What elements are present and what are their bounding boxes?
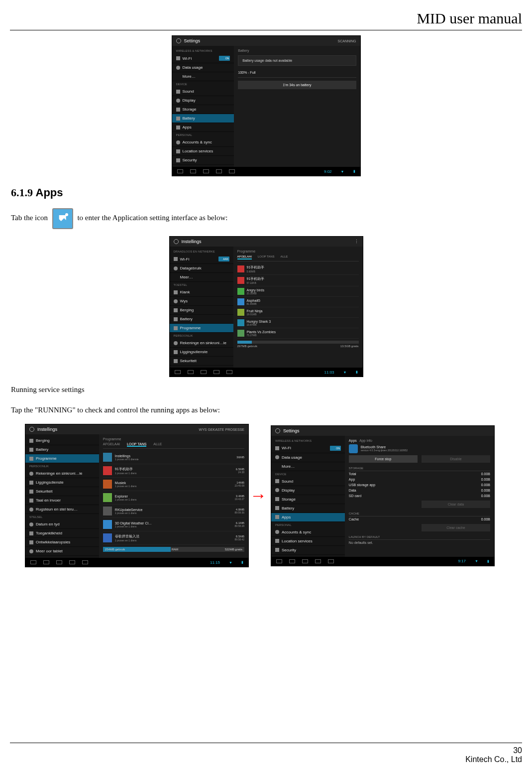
- tab-downloaded[interactable]: AFGELAAI: [103, 442, 120, 447]
- back-icon[interactable]: [177, 169, 183, 173]
- sidebar-wifi[interactable]: Wi-FiAAN: [170, 255, 233, 264]
- recent-icon[interactable]: [203, 169, 209, 173]
- tab-all[interactable]: ALLE: [281, 255, 288, 259]
- sidebar-programme[interactable]: Programme: [170, 324, 233, 333]
- wifi-icon: [176, 56, 180, 60]
- clock: 9:02: [324, 169, 332, 174]
- vol-down-icon[interactable]: [213, 370, 219, 374]
- app-item[interactable]: Asphalt581.65MB: [237, 297, 359, 307]
- app-icon-inline: [52, 208, 73, 229]
- sound-icon: [176, 90, 180, 94]
- sidebar-data[interactable]: Datagebruik: [170, 264, 233, 273]
- home-icon[interactable]: [190, 169, 196, 173]
- cat-personal: PERSONAL: [172, 132, 234, 138]
- display-icon: [176, 99, 180, 103]
- force-stop-button[interactable]: Force stop: [349, 455, 418, 463]
- sidebar-data-usage[interactable]: Data usage: [172, 63, 234, 72]
- vol-down-icon[interactable]: [216, 169, 222, 173]
- sidebar-location[interactable]: Location services: [172, 147, 234, 156]
- back-icon[interactable]: [175, 370, 181, 374]
- home-icon[interactable]: [188, 370, 194, 374]
- cat-device: DEVICE: [172, 81, 234, 87]
- content-title: Battery: [238, 49, 356, 52]
- battery-icon: [176, 117, 180, 121]
- proc-item[interactable]: Musiek1 proses en 1 diens14MB23:45:08: [103, 478, 244, 491]
- proc-item[interactable]: 3D Digital Weather Cl…1 proses en 1 dien…: [103, 518, 244, 531]
- gear-icon: [29, 427, 34, 432]
- app-item[interactable]: Angry birds25.30MB: [237, 286, 359, 297]
- data-icon: [176, 66, 180, 70]
- location-icon: [176, 149, 180, 153]
- sidebar-lig[interactable]: Liggingsdienste: [170, 348, 233, 357]
- sidebar-rek[interactable]: Rekeninge en sinkroni…ie: [170, 339, 233, 348]
- storage-bar: [237, 341, 359, 344]
- battery-full: 100% - Full: [238, 68, 356, 78]
- proc-item[interactable]: Instellings1 proses en 0 dienste36MB: [103, 451, 244, 464]
- screenshot-apps-list: Instellings ⋮ DRAADLOOS EN NETWERKE Wi-F…: [169, 236, 363, 377]
- page-number: 30: [465, 746, 522, 755]
- app-item[interactable]: 91手机助手57.22KB: [237, 275, 359, 286]
- gear-icon: [174, 239, 179, 244]
- clear-cache-button[interactable]: Clear cache: [422, 524, 490, 531]
- tab-running[interactable]: LOOP TANS: [127, 442, 146, 447]
- sidebar-display[interactable]: Display: [172, 96, 234, 105]
- proc-item[interactable]: RKUpdateService1 proses en 1 diens4.8MB8…: [103, 505, 244, 518]
- sidebar-accounts[interactable]: Accounts & sync: [172, 138, 234, 147]
- sidebar-berging[interactable]: Berging: [170, 306, 233, 315]
- storage-icon: [176, 108, 180, 112]
- cat-wireless: WIRELESS & NETWORKS: [172, 48, 234, 54]
- battery-warning: Battery usage data not available: [238, 55, 356, 66]
- recent-icon[interactable]: [201, 370, 207, 374]
- proc-item[interactable]: 91手机助手1 proses en 1 diens6.5MB24:38: [103, 464, 244, 478]
- paragraph-3: Tap the "RUNNING" to check and control t…: [11, 403, 522, 417]
- proc-item[interactable]: Explorer1 proses en 1 diens3.4MB19:43:27: [103, 491, 244, 505]
- section-heading: 6.1.9 Apps: [11, 186, 522, 199]
- apps-icon: [176, 126, 180, 129]
- tab-downloaded[interactable]: AFGELAAI: [237, 255, 252, 259]
- company-name: Kintech Co., Ltd: [465, 755, 522, 764]
- screenshot-running: Instellings WYS GEKASTE PROSESSE Berging…: [25, 424, 249, 567]
- app-item[interactable]: Hungry Shark 319.87MB: [237, 318, 359, 328]
- app-item[interactable]: Fruit Ninja19.01MB: [237, 307, 359, 318]
- sidebar-sek[interactable]: Sekuriteit: [170, 357, 233, 366]
- sidebar-storage[interactable]: Storage: [172, 105, 234, 114]
- sidebar-more[interactable]: Meer…: [170, 273, 233, 282]
- ram-bar: 254MB gebruikRAM522MB gratis: [103, 547, 244, 552]
- proc-item[interactable]: 谷歌拼音输入法1 proses en 1 diens8.5MB89:58:42: [103, 531, 244, 545]
- sidebar-programme[interactable]: Programme: [25, 454, 99, 463]
- sidebar-battery[interactable]: Battery: [170, 315, 233, 324]
- bluetooth-icon: [349, 444, 358, 453]
- app-item[interactable]: 91手机助手5.60MB: [237, 263, 359, 275]
- sidebar-security[interactable]: Security: [172, 156, 234, 165]
- sidebar-battery[interactable]: Battery: [25, 445, 99, 454]
- sidebar-berging[interactable]: Berging: [25, 436, 99, 445]
- tab-all[interactable]: ALLE: [153, 442, 162, 447]
- shot1-title: Settings: [184, 38, 201, 43]
- red-arrow-icon: [250, 486, 267, 505]
- gear-icon: [176, 38, 181, 43]
- app-item[interactable]: Plants Vs Zombies75.27MB: [237, 328, 359, 339]
- battery-status-icon: ▮: [353, 169, 355, 173]
- sidebar-battery[interactable]: Battery: [172, 114, 234, 123]
- shot2-title: Instellings: [182, 239, 202, 244]
- lock-icon: [176, 158, 180, 162]
- sidebar-more[interactable]: More…: [172, 72, 234, 81]
- wifi-status-icon: ▼: [341, 170, 344, 173]
- tab-running[interactable]: LOOP TANS: [258, 255, 275, 259]
- wifi-toggle[interactable]: ON: [219, 56, 230, 61]
- scan-label: SCANNING: [338, 39, 356, 43]
- sidebar-wys[interactable]: Wys: [170, 297, 233, 306]
- clear-data-button[interactable]: Clear data: [422, 501, 490, 508]
- sidebar-sound[interactable]: Sound: [172, 87, 234, 96]
- sidebar-apps[interactable]: Apps: [172, 123, 234, 132]
- sidebar-klank[interactable]: Klank: [170, 288, 233, 297]
- vol-up-icon[interactable]: [226, 370, 232, 374]
- breadcrumb: Apps App info: [349, 439, 490, 442]
- doc-header: MID user manual: [10, 10, 522, 30]
- disable-button[interactable]: Disable: [422, 455, 490, 463]
- vol-up-icon[interactable]: [229, 169, 235, 173]
- screenshot-battery-settings: Settings SCANNING WIRELESS & NETWORKS Wi…: [172, 35, 361, 176]
- sidebar-wifi[interactable]: Wi-FiON: [172, 54, 234, 63]
- on-battery-bar: 1'm 34s on battery: [238, 81, 356, 89]
- sync-icon: [176, 140, 180, 144]
